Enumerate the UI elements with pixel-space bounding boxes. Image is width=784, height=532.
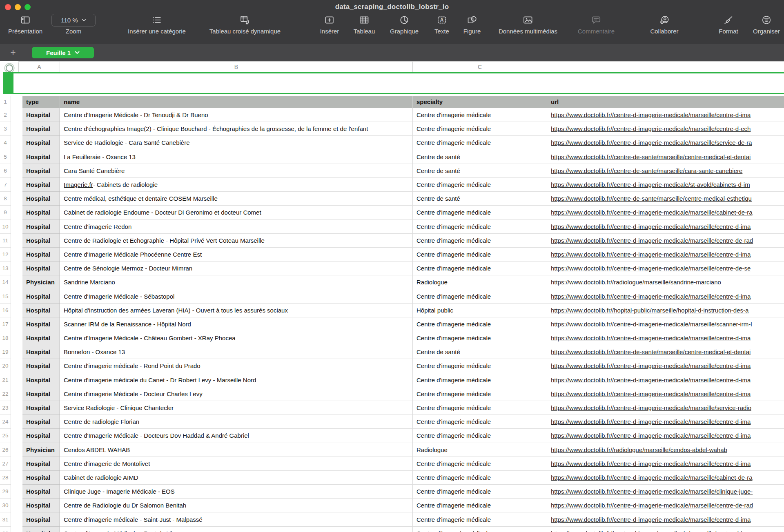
cell-name[interactable]: Centre médical, esthétique et dentaire C… [60, 192, 413, 206]
row-number[interactable]: 5 [0, 150, 11, 164]
cell-type[interactable]: Hospital [22, 429, 60, 443]
row-number[interactable]: 16 [0, 304, 11, 317]
cell-type[interactable]: Hospital [22, 178, 60, 192]
cell-url[interactable]: https://www.doctolib.fr//centre-d-imager… [547, 220, 784, 234]
row-number[interactable]: 12 [0, 248, 11, 262]
cell-url[interactable]: https://www.doctolib.fr//centre-d-imager… [547, 512, 784, 526]
cell-specialty[interactable]: specialty [413, 96, 547, 108]
cell-name[interactable]: Centre d'Imagerie Médicale - Pont de Viv… [60, 527, 413, 532]
row-number[interactable]: 26 [0, 443, 11, 457]
cell-name[interactable]: Centre d'imagerie médicale - Saint-Just … [60, 512, 413, 526]
cell-url[interactable]: https://www.doctolib.fr//centre-de-sante… [547, 345, 784, 359]
row-number[interactable]: 23 [0, 401, 11, 415]
cell-type[interactable]: Hospital [22, 136, 60, 150]
cell-type[interactable]: Hospital [22, 192, 60, 206]
row-number[interactable]: 14 [0, 275, 11, 289]
cell-type[interactable]: Hospital [22, 415, 60, 429]
cell-url[interactable]: https://www.doctolib.fr//centre-d-imager… [547, 317, 784, 331]
cell-name[interactable]: Bonnefon - Oxance 13 [60, 345, 413, 359]
cell-specialty[interactable]: Centre de santé [413, 150, 547, 164]
cell-specialty[interactable]: Centre d'imagerie médicale [413, 429, 547, 443]
cell-url[interactable]: https://www.doctolib.fr//radiologue/mars… [547, 443, 784, 457]
cell-name[interactable]: Imagerie.fr - Cabinets de radiologie [60, 178, 413, 192]
cell-type[interactable]: Hospital [22, 457, 60, 471]
cell-name[interactable]: Centre d'imagerie médicale - Rond Point … [60, 359, 413, 373]
toolbar-button-pr-sentation[interactable]: Présentation [8, 13, 42, 35]
add-sheet-button[interactable]: + [7, 46, 19, 58]
cell-url[interactable]: https://www.doctolib.fr//centre-d-imager… [547, 122, 784, 136]
cell-type[interactable]: Hospital [22, 164, 60, 178]
cell-specialty[interactable]: Radiologue [413, 443, 547, 457]
cell-type[interactable]: Hospital [22, 108, 60, 122]
toolbar-button-texte[interactable]: ATexte [434, 13, 449, 35]
cell-name[interactable]: Centre d'Imagerie Médicale - Dr Tenoudji… [60, 108, 413, 122]
toolbar-button-format[interactable]: Format [719, 13, 738, 35]
cell-specialty[interactable]: Centre d'imagerie médicale [413, 471, 547, 485]
cell-url[interactable]: https://www.doctolib.fr//centre-d-imager… [547, 429, 784, 443]
cell-type[interactable]: Hospital [22, 471, 60, 485]
row-number[interactable]: 8 [0, 192, 11, 206]
row-number[interactable]: 13 [0, 262, 11, 275]
cell-type[interactable]: Hospital [22, 527, 60, 532]
cell-type[interactable]: Hospital [22, 317, 60, 331]
toolbar-button-figure[interactable]: Figure [463, 13, 481, 35]
cell-url[interactable]: https://www.doctolib.fr//centre-d-imager… [547, 527, 784, 532]
cell-name[interactable]: Centre d'Imagerie Médicale - Sébastopol [60, 289, 413, 303]
cell-url[interactable]: https://www.doctolib.fr//centre-d-imager… [547, 485, 784, 499]
cell-url[interactable]: https://www.doctolib.fr//centre-d-imager… [547, 248, 784, 262]
column-header-blank[interactable] [547, 62, 784, 72]
toolbar-button-graphique[interactable]: Graphique [390, 13, 419, 35]
cell-name[interactable]: Cendos ABDEL WAHAB [60, 443, 413, 457]
cell-specialty[interactable]: Centre d'imagerie médicale [413, 387, 547, 401]
row-number[interactable]: 11 [0, 234, 11, 248]
cell-url[interactable]: https://www.doctolib.fr//centre-d-imager… [547, 415, 784, 429]
cell-type[interactable]: Hospital [22, 331, 60, 345]
cell-specialty[interactable]: Radiologue [413, 275, 547, 289]
cell-specialty[interactable]: Centre d'imagerie médicale [413, 289, 547, 303]
row-number[interactable]: 9 [0, 206, 11, 219]
cell-type[interactable]: Hospital [22, 220, 60, 234]
cell-name[interactable]: Cabinet de radiologie AIMD [60, 471, 413, 485]
cell-name[interactable]: Centre d'imagerie Médicale - Docteur Cha… [60, 387, 413, 401]
cell-url[interactable]: https://www.doctolib.fr//centre-d-imager… [547, 471, 784, 485]
cell-type[interactable]: Hospital [22, 373, 60, 387]
cell-name[interactable]: name [60, 96, 413, 108]
row-number[interactable]: 10 [0, 220, 11, 234]
row-number[interactable]: 1 [0, 96, 11, 108]
cell-url[interactable]: https://www.doctolib.fr//centre-d-imager… [547, 108, 784, 122]
cell-specialty[interactable]: Centre d'imagerie médicale [413, 108, 547, 122]
row-number[interactable]: 22 [0, 387, 11, 401]
toolbar-button-ins-rer[interactable]: Insérer [320, 13, 339, 35]
toolbar-button-ins-rer-une-cat-gorie[interactable]: Insérer une catégorie [128, 13, 186, 35]
zoom-level-control[interactable]: 110 % [51, 14, 96, 27]
cell-specialty[interactable]: Centre d'imagerie médicale [413, 373, 547, 387]
selected-empty-row[interactable] [3, 72, 784, 94]
cell-type[interactable]: Hospital [22, 304, 60, 317]
cell-url[interactable]: https://www.doctolib.fr//centre-d-imager… [547, 387, 784, 401]
cell-specialty[interactable]: Centre d'imagerie médicale [413, 331, 547, 345]
cell-name[interactable]: Centre d'imagerie médicale du Canet - Dr… [60, 373, 413, 387]
cell-name[interactable]: Clinique Juge - Imagerie Médicale - EOS [60, 485, 413, 499]
column-header-a[interactable]: A [18, 62, 60, 72]
cell-url[interactable]: https://www.doctolib.fr//centre-d-imager… [547, 373, 784, 387]
cell-specialty[interactable]: Centre d'imagerie médicale [413, 206, 547, 219]
toolbar-button-organiser[interactable]: Organiser [753, 13, 780, 35]
cell-specialty[interactable]: Centre de santé [413, 164, 547, 178]
cell-url[interactable]: https://www.doctolib.fr//centre-d-imager… [547, 262, 784, 275]
cell-name[interactable]: Centre de Radiologie du Dr Salomon Benit… [60, 499, 413, 512]
sheet-tab-feuille-1[interactable]: Feuille 1 [32, 47, 94, 58]
cell-url[interactable]: https://www.doctolib.fr//centre-d-imager… [547, 499, 784, 512]
column-header-b[interactable]: B [60, 62, 413, 72]
cell-specialty[interactable]: Centre d'imagerie médicale [413, 359, 547, 373]
cell-url[interactable]: https://www.doctolib.fr//centre-d-imager… [547, 289, 784, 303]
row-number[interactable]: 20 [0, 359, 11, 373]
row-number[interactable]: 25 [0, 429, 11, 443]
cell-specialty[interactable]: Centre d'imagerie médicale [413, 415, 547, 429]
cell-name[interactable]: Service de Radiologie - Cara Santé Caneb… [60, 136, 413, 150]
row-number[interactable]: 17 [0, 317, 11, 331]
toolbar-button-collaborer[interactable]: Collaborer [650, 13, 678, 35]
cell-name[interactable]: Centre d'échographies Image(2) - Cliniqu… [60, 122, 413, 136]
cell-url[interactable]: url [547, 96, 784, 108]
row-number[interactable]: 30 [0, 499, 11, 512]
cell-specialty[interactable]: Hôpital public [413, 304, 547, 317]
